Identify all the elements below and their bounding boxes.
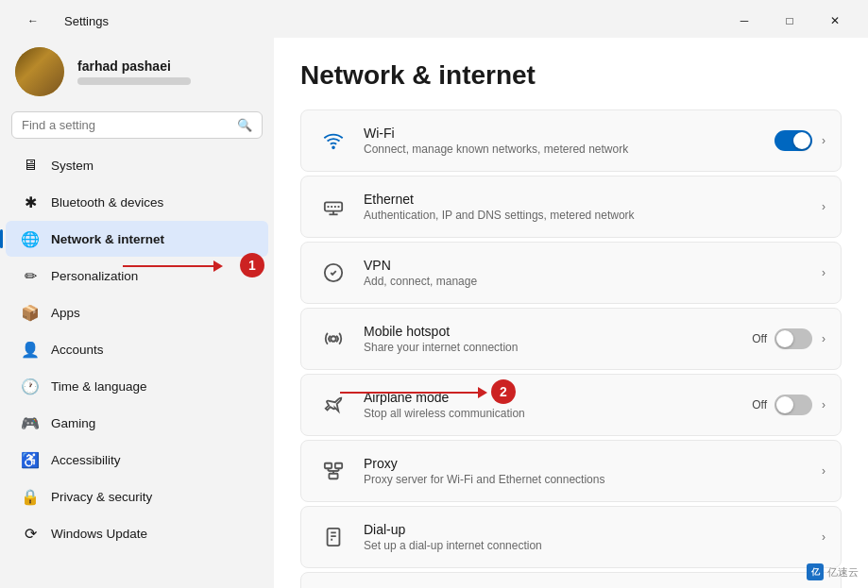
nav-icon-privacy: 🔒 bbox=[21, 487, 40, 506]
back-button[interactable]: ← bbox=[11, 6, 55, 36]
nav-icon-personalization: ✏ bbox=[21, 266, 40, 285]
sidebar-item-privacy[interactable]: 🔒 Privacy & security bbox=[6, 479, 268, 514]
chevron-icon-airplane-mode: › bbox=[822, 398, 825, 412]
annotation-1: 1 bbox=[240, 253, 264, 277]
nav-icon-accessibility: ♿ bbox=[21, 450, 40, 469]
nav-label-accounts: Accounts bbox=[51, 343, 104, 357]
setting-icon-ethernet bbox=[316, 190, 350, 224]
avatar[interactable] bbox=[15, 47, 64, 96]
setting-item-dial-up[interactable]: Dial-up Set up a dial-up internet connec… bbox=[300, 506, 842, 568]
svg-point-0 bbox=[332, 146, 334, 148]
nav-label-system: System bbox=[51, 159, 94, 173]
search-input[interactable] bbox=[22, 118, 230, 132]
setting-desc-vpn: Add, connect, manage bbox=[364, 275, 822, 288]
setting-text-airplane-mode: Airplane mode Stop all wireless communic… bbox=[364, 390, 752, 420]
setting-right-mobile-hotspot: Off › bbox=[752, 328, 825, 349]
setting-text-dial-up: Dial-up Set up a dial-up internet connec… bbox=[364, 522, 822, 552]
titlebar-left: ← Settings bbox=[11, 6, 109, 36]
sidebar-item-windows-update[interactable]: ⟳ Windows Update bbox=[6, 515, 268, 551]
toggle-wrap-airplane-mode: Off bbox=[752, 395, 812, 415]
sidebar-item-accounts[interactable]: 👤 Accounts bbox=[6, 331, 268, 367]
setting-icon-vpn bbox=[316, 256, 350, 290]
chevron-icon-proxy: › bbox=[822, 464, 825, 478]
setting-name-ethernet: Ethernet bbox=[364, 192, 822, 207]
watermark-icon: 亿 bbox=[807, 563, 824, 580]
setting-item-wifi[interactable]: Wi-Fi Connect, manage known networks, me… bbox=[300, 109, 842, 172]
nav-label-windows-update: Windows Update bbox=[51, 527, 147, 541]
chevron-icon-mobile-hotspot: › bbox=[822, 332, 825, 345]
toggle-label-mobile-hotspot: Off bbox=[752, 332, 767, 345]
setting-item-vpn[interactable]: VPN Add, connect, manage › bbox=[300, 242, 842, 304]
setting-name-dial-up: Dial-up bbox=[364, 522, 822, 537]
setting-right-wifi: › bbox=[774, 130, 825, 151]
nav-icon-apps: 📦 bbox=[21, 303, 40, 322]
toggle-wrap-mobile-hotspot: Off bbox=[752, 328, 812, 349]
user-email-placeholder bbox=[77, 77, 191, 85]
setting-desc-mobile-hotspot: Share your internet connection bbox=[364, 341, 752, 354]
setting-desc-airplane-mode: Stop all wireless communication bbox=[364, 407, 752, 420]
chevron-icon-ethernet: › bbox=[822, 200, 825, 213]
maximize-button[interactable]: □ bbox=[768, 6, 811, 36]
setting-text-wifi: Wi-Fi Connect, manage known networks, me… bbox=[364, 126, 774, 156]
nav-label-time: Time & language bbox=[51, 379, 147, 394]
sidebar-nav: 🖥 System ✱ Bluetooth & devices 🌐 Network… bbox=[0, 146, 274, 579]
setting-right-dial-up: › bbox=[822, 530, 825, 544]
search-box[interactable]: 🔍 bbox=[11, 111, 263, 139]
close-button[interactable]: ✕ bbox=[813, 6, 857, 36]
titlebar-title: Settings bbox=[64, 14, 109, 28]
setting-desc-wifi: Connect, manage known networks, metered … bbox=[364, 143, 774, 156]
setting-icon-proxy bbox=[316, 454, 350, 488]
setting-name-proxy: Proxy bbox=[364, 456, 822, 471]
setting-right-airplane-mode: Off › bbox=[752, 395, 825, 415]
main-layout: farhad pashaei 🔍 🖥 System ✱ Bluetooth & … bbox=[0, 38, 868, 588]
setting-icon-mobile-hotspot bbox=[316, 322, 350, 356]
setting-right-proxy: › bbox=[822, 464, 825, 478]
setting-text-vpn: VPN Add, connect, manage bbox=[364, 258, 822, 288]
user-info: farhad pashaei bbox=[77, 59, 191, 85]
settings-list: Wi-Fi Connect, manage known networks, me… bbox=[300, 109, 842, 588]
setting-name-wifi: Wi-Fi bbox=[364, 126, 774, 141]
svg-rect-6 bbox=[335, 463, 342, 469]
toggle-mobile-hotspot[interactable] bbox=[774, 328, 812, 349]
chevron-icon-wifi: › bbox=[822, 134, 825, 147]
sidebar-item-personalization[interactable]: ✏ Personalization bbox=[6, 258, 268, 294]
setting-name-vpn: VPN bbox=[364, 258, 822, 273]
sidebar-item-apps[interactable]: 📦 Apps bbox=[6, 294, 268, 330]
sidebar-item-network[interactable]: 🌐 Network & internet bbox=[6, 221, 268, 257]
svg-point-4 bbox=[331, 336, 336, 342]
nav-label-personalization: Personalization bbox=[51, 269, 138, 283]
sidebar-item-system[interactable]: 🖥 System bbox=[6, 147, 268, 183]
setting-item-mobile-hotspot[interactable]: Mobile hotspot Share your internet conne… bbox=[300, 308, 842, 370]
setting-desc-ethernet: Authentication, IP and DNS settings, met… bbox=[364, 209, 822, 222]
sidebar-item-accessibility[interactable]: ♿ Accessibility bbox=[6, 442, 268, 478]
annotation-arrow-1 bbox=[123, 265, 217, 267]
nav-icon-network: 🌐 bbox=[21, 229, 40, 248]
nav-icon-system: 🖥 bbox=[21, 156, 40, 175]
sidebar: farhad pashaei 🔍 🖥 System ✱ Bluetooth & … bbox=[0, 38, 274, 588]
annotation-2: 2 bbox=[491, 379, 516, 404]
toggle-label-airplane-mode: Off bbox=[752, 398, 767, 412]
nav-label-accessibility: Accessibility bbox=[51, 453, 121, 467]
setting-item-ethernet[interactable]: Ethernet Authentication, IP and DNS sett… bbox=[300, 176, 842, 238]
setting-item-proxy[interactable]: Proxy Proxy server for Wi-Fi and Etherne… bbox=[300, 440, 842, 502]
nav-label-network: Network & internet bbox=[51, 232, 164, 246]
setting-text-proxy: Proxy Proxy server for Wi-Fi and Etherne… bbox=[364, 456, 822, 486]
setting-text-mobile-hotspot: Mobile hotspot Share your internet conne… bbox=[364, 324, 752, 354]
setting-item-airplane-mode[interactable]: Airplane mode Stop all wireless communic… bbox=[300, 374, 842, 436]
chevron-icon-dial-up: › bbox=[822, 530, 825, 544]
toggle-airplane-mode[interactable] bbox=[774, 395, 812, 415]
toggle-wifi[interactable] bbox=[774, 130, 812, 151]
setting-icon-dial-up bbox=[316, 520, 350, 554]
nav-label-gaming: Gaming bbox=[51, 416, 95, 430]
nav-icon-windows-update: ⟳ bbox=[21, 524, 40, 543]
sidebar-item-time[interactable]: 🕐 Time & language bbox=[6, 368, 268, 404]
nav-label-bluetooth: Bluetooth & devices bbox=[51, 195, 163, 210]
nav-icon-gaming: 🎮 bbox=[21, 413, 40, 432]
minimize-button[interactable]: ─ bbox=[723, 6, 766, 36]
sidebar-item-bluetooth[interactable]: ✱ Bluetooth & devices bbox=[6, 184, 268, 220]
sidebar-item-gaming[interactable]: 🎮 Gaming bbox=[6, 405, 268, 441]
setting-text-ethernet: Ethernet Authentication, IP and DNS sett… bbox=[364, 192, 822, 222]
annotation-arrow-2 bbox=[340, 392, 482, 394]
content-area: Network & internet Wi-Fi Connect, manage… bbox=[274, 38, 868, 588]
setting-item-advanced-network[interactable]: Advanced network settings View all netwo… bbox=[300, 572, 842, 588]
